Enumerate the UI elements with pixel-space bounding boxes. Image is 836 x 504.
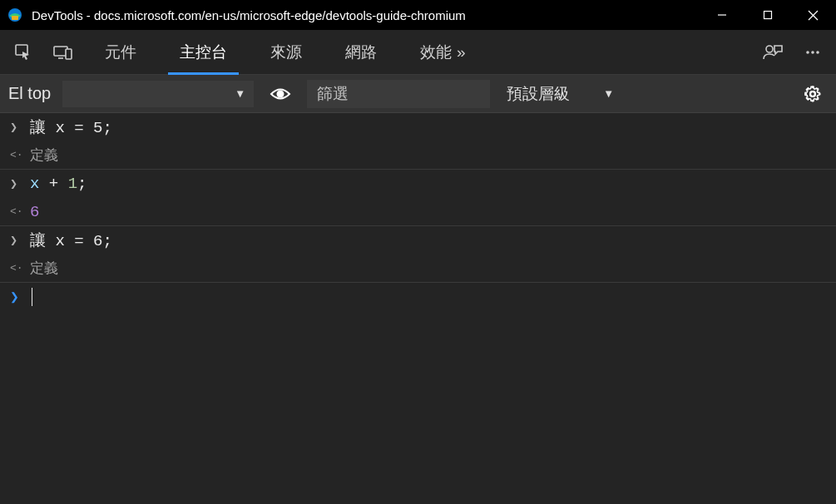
- prompt-marker-icon: ❯: [10, 288, 30, 306]
- console-result-row: <· 6: [0, 198, 836, 226]
- svg-line-22: [817, 98, 819, 100]
- input-marker-icon: ❯: [10, 176, 30, 192]
- console-result: 6: [30, 203, 826, 221]
- window-controls: [699, 0, 836, 30]
- console-output-row: <· 定義: [0, 254, 836, 283]
- svg-point-11: [806, 51, 809, 54]
- svg-line-23: [807, 98, 809, 100]
- console-output[interactable]: ❯ 讓 x = 5; <· 定義 ❯ x + 1; <· 6 ❯ 讓 x = 6…: [0, 113, 836, 504]
- context-label: El top: [8, 84, 51, 103]
- context-selector[interactable]: ▼: [62, 81, 254, 107]
- svg-point-12: [811, 51, 814, 54]
- inspect-element-icon[interactable]: [3, 30, 43, 75]
- svg-line-24: [817, 88, 819, 90]
- tab-elements[interactable]: 元件: [83, 30, 158, 75]
- tabs-overflow-indicator: »: [452, 43, 466, 62]
- console-prompt-input[interactable]: [30, 288, 826, 306]
- tab-label: 主控台: [180, 42, 227, 63]
- tab-console[interactable]: 主控台: [158, 30, 249, 75]
- tab-performance[interactable]: 效能»: [398, 30, 487, 75]
- feedback-icon[interactable]: [753, 30, 793, 75]
- devtools-tabbar: 元件 主控台 來源 網路 效能»: [0, 30, 836, 75]
- input-marker-icon: ❯: [10, 120, 30, 136]
- svg-rect-3: [764, 12, 771, 19]
- svg-point-13: [816, 51, 819, 54]
- console-input-row: ❯ 讓 x = 6;: [0, 226, 836, 254]
- svg-rect-9: [66, 49, 72, 59]
- log-level-selector[interactable]: 預設層級 ▼: [502, 80, 614, 108]
- svg-line-21: [807, 88, 809, 90]
- console-prompt-row[interactable]: ❯: [0, 283, 836, 311]
- svg-point-14: [278, 91, 284, 96]
- tab-label: 效能: [420, 42, 452, 63]
- output-marker-icon: <·: [10, 262, 30, 274]
- svg-rect-1: [12, 16, 18, 20]
- output-marker-icon: <·: [10, 149, 30, 161]
- console-input-row: ❯ 讓 x = 5;: [0, 113, 836, 141]
- more-options-icon[interactable]: [793, 30, 833, 75]
- console-settings-icon[interactable]: [798, 79, 828, 109]
- svg-point-16: [810, 91, 815, 96]
- maximize-button[interactable]: [744, 0, 790, 30]
- log-level-label: 預設層級: [507, 83, 570, 105]
- live-expression-icon[interactable]: [265, 79, 295, 109]
- window-titlebar: DevTools - docs.microsoft.com/en-us/micr…: [0, 0, 836, 30]
- window-title: DevTools - docs.microsoft.com/en-us/micr…: [32, 8, 699, 22]
- tab-sources[interactable]: 來源: [249, 30, 324, 75]
- text-cursor: [32, 288, 32, 306]
- tab-network[interactable]: 網路: [324, 30, 398, 75]
- filter-input[interactable]: [307, 80, 490, 108]
- console-input-row: ❯ x + 1;: [0, 170, 836, 198]
- app-icon: [7, 7, 23, 23]
- console-text: 讓 x = 5;: [30, 116, 826, 138]
- chevron-down-icon: ▼: [603, 87, 614, 100]
- tab-label: 來源: [270, 42, 302, 63]
- minimize-button[interactable]: [699, 0, 744, 30]
- console-text: x + 1;: [30, 175, 826, 193]
- console-text: 定義: [30, 259, 826, 278]
- tab-label: 元件: [105, 42, 136, 63]
- console-output-row: <· 定義: [0, 141, 836, 170]
- svg-point-10: [766, 46, 773, 52]
- close-button[interactable]: [790, 0, 836, 30]
- console-text: 定義: [30, 146, 826, 165]
- chevron-down-icon: ▼: [235, 87, 245, 100]
- console-text: 讓 x = 6;: [30, 230, 826, 251]
- console-filterbar: El top ▼ 預設層級 ▼: [0, 75, 836, 113]
- input-marker-icon: ❯: [10, 233, 30, 249]
- output-marker-icon: <·: [10, 205, 30, 218]
- tab-label: 網路: [345, 42, 377, 63]
- device-emulation-icon[interactable]: [43, 30, 83, 75]
